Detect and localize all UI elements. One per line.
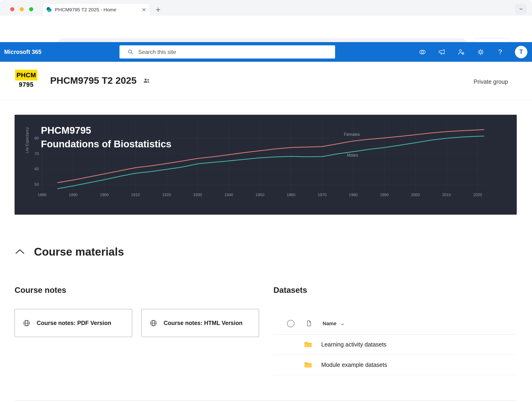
help-icon: ? [498,48,502,56]
column-sort-chevron-icon[interactable] [340,322,344,326]
site-logo-top: PHCM [15,70,38,80]
svg-text:1930: 1930 [193,193,202,197]
svg-text:1960: 1960 [287,193,295,197]
svg-text:Males: Males [347,153,358,157]
svg-text:1950: 1950 [256,193,264,197]
site-logo[interactable]: PHCM 9795 [15,70,38,89]
name-column-header[interactable]: Name [323,321,336,327]
datasets-list-header: Name [273,313,516,334]
announcements-button[interactable] [437,47,446,57]
svg-text:50: 50 [34,182,39,187]
svg-text:Life Expectancy: Life Expectancy [25,127,29,153]
svg-text:70: 70 [34,151,39,156]
m365-brand[interactable]: Microsoft 365 [4,42,41,62]
hero-title-line1: PHCM9795 [41,123,171,137]
window-minimize-button[interactable] [20,7,24,11]
people-settings-icon [457,48,465,56]
dataset-row[interactable]: Learning activity datasets [273,334,516,355]
site-title[interactable]: PHCM9795 T2 2025 [50,75,137,86]
svg-text:1920: 1920 [162,193,171,197]
dataset-row-name[interactable]: Learning activity datasets [321,341,386,348]
svg-text:2010: 2010 [442,193,451,197]
svg-text:1900: 1900 [100,193,109,197]
window-zoom-button[interactable] [29,7,33,11]
svg-text:1910: 1910 [131,193,140,197]
browser-tab[interactable]: PHCM9795 T2 2025 - Home [43,3,150,16]
svg-text:2000: 2000 [411,193,420,197]
svg-text:1940: 1940 [224,193,233,197]
datasets-list: Name Learning activity datasets Module e… [273,313,516,375]
hero-banner: 5060708018801890190019101920193019401950… [15,115,517,215]
privacy-label: Private group [474,78,508,85]
sharepoint-favicon-icon [46,7,52,13]
browser-window: PHCM9795 T2 2025 - Home unsw.sharepoint. [0,0,532,402]
site-search[interactable] [120,45,335,58]
site-header: PHCM 9795 PHCM9795 T2 2025 Private group [0,62,532,100]
help-button[interactable]: ? [495,47,505,57]
tab-title: PHCM9795 T2 2025 - Home [55,7,138,13]
dataset-row[interactable]: Module example datasets [273,355,516,375]
svg-text:1880: 1880 [38,193,46,197]
new-tab-button[interactable] [153,5,163,14]
file-type-icon [305,320,312,327]
settings-button[interactable] [476,47,485,57]
dataset-row-name[interactable]: Module example datasets [321,362,387,368]
search-input[interactable] [138,45,335,58]
m365-suite-bar: Microsoft 365 ? T [0,42,532,62]
svg-text:1990: 1990 [380,193,389,197]
chevron-up-icon [15,248,25,255]
select-all-circle[interactable] [287,320,294,327]
hero-title-line2: Foundations of Biostatistics [41,137,171,151]
tab-strip: PHCM9795 T2 2025 - Home [0,0,532,16]
window-close-button[interactable] [10,7,14,11]
svg-text:80: 80 [34,136,39,140]
tab-close-icon[interactable] [141,7,147,13]
collapse-section-button[interactable] [15,248,25,255]
pdf-notes-label: Course notes: PDF Version [37,320,111,326]
svg-text:1970: 1970 [318,193,327,197]
course-notes-heading: Course notes [15,285,66,295]
folder-icon [304,362,312,368]
section-title: Course materials [34,245,124,258]
html-notes-button[interactable]: Course notes: HTML Version [141,309,259,337]
site-logo-bottom: 9795 [15,80,38,89]
datasets-heading: Datasets [273,285,307,295]
copilot-icon [418,48,426,56]
pdf-notes-button[interactable]: Course notes: PDF Version [15,309,132,337]
account-settings-button[interactable] [457,47,466,57]
hero-title: PHCM9795 Foundations of Biostatistics [41,123,171,151]
svg-text:1980: 1980 [349,193,358,197]
teams-icon[interactable] [143,77,150,84]
svg-text:Females: Females [344,132,360,137]
globe-icon [149,319,158,327]
html-notes-label: Course notes: HTML Version [164,320,242,326]
gear-icon [477,48,485,56]
account-avatar[interactable]: T [515,46,527,58]
tab-search-button[interactable] [515,4,527,14]
megaphone-icon [438,48,446,56]
folder-icon [304,341,312,348]
search-icon [127,49,134,55]
browser-toolbar: unsw.sharepoint.com/sites/CLS-PHCM9795_T… [0,16,532,42]
course-materials-section: Course materials [15,243,124,260]
svg-text:60: 60 [34,167,39,171]
svg-text:1890: 1890 [69,193,78,197]
section-divider [15,400,517,401]
globe-icon [22,319,31,327]
copilot-button[interactable] [418,47,427,57]
svg-text:2020: 2020 [473,193,482,197]
